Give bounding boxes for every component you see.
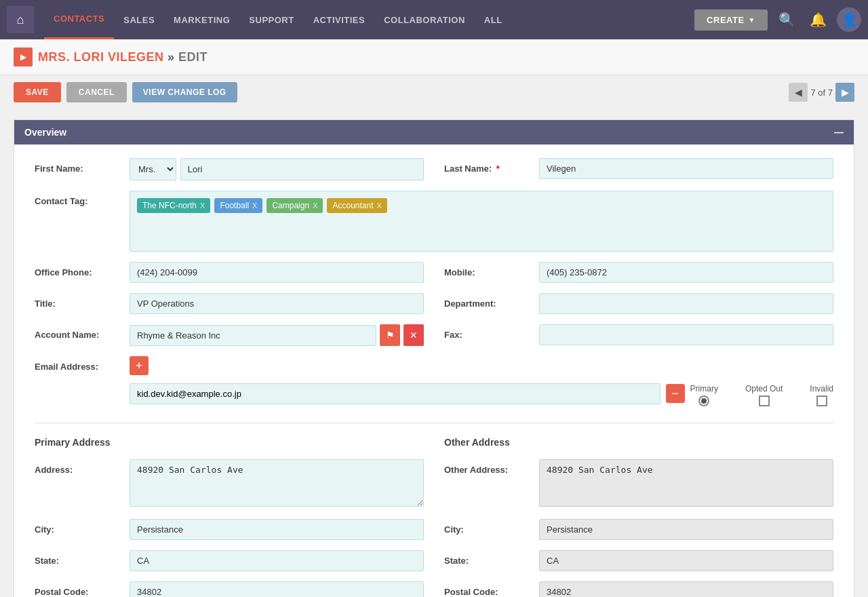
other-postal-code-row: Postal Code: <box>444 581 833 597</box>
cancel-button[interactable]: CANCEL <box>66 82 127 102</box>
section-divider <box>35 423 833 423</box>
postal-code-input[interactable] <box>130 581 424 597</box>
email-opted-out-checkbox[interactable] <box>759 396 770 406</box>
address-section: Primary Address Address: 48920 San Carlo… <box>35 437 833 597</box>
last-name-input[interactable] <box>539 158 833 179</box>
nav-activities[interactable]: ACTIVITIES <box>304 0 375 39</box>
title-field <box>130 293 424 314</box>
first-name-input[interactable] <box>180 158 424 180</box>
account-clear-button[interactable]: ✕ <box>403 324 424 346</box>
tag-nfc-north-close[interactable]: X <box>200 201 205 210</box>
department-label: Department: <box>444 293 539 309</box>
tag-container[interactable]: The NFC-north X Football X Campaign X <box>130 191 833 252</box>
email-primary-option: Primary <box>690 384 718 406</box>
tag-campaign-close[interactable]: X <box>313 201 317 210</box>
tag-nfc-north[interactable]: The NFC-north X <box>137 198 210 213</box>
home-button[interactable]: ⌂ <box>7 6 34 33</box>
first-name-field: Mrs. Mr. Ms. Dr. <box>130 158 424 180</box>
other-city-row: City: <box>444 519 833 540</box>
email-options: Primary Opted Out <box>690 384 833 406</box>
notifications-button[interactable]: 🔔 <box>806 7 830 32</box>
sidebar-toggle-button[interactable]: ▶ <box>14 47 33 66</box>
name-row: First Name: Mrs. Mr. Ms. Dr. <box>35 158 833 191</box>
tag-accountant[interactable]: Accountant X <box>327 198 387 213</box>
fax-col: Fax: <box>444 324 833 356</box>
other-address-label: Other Address: <box>444 459 539 475</box>
tag-football-close[interactable]: X <box>252 201 257 210</box>
city-input[interactable] <box>130 519 424 540</box>
department-input[interactable] <box>539 293 833 314</box>
email-primary-radio[interactable] <box>698 396 709 406</box>
prev-record-button[interactable]: ◀ <box>789 83 808 102</box>
nav-support[interactable]: SUPPORT <box>239 0 303 39</box>
user-avatar-button[interactable]: 👤 <box>837 7 861 32</box>
tag-football[interactable]: Football X <box>214 198 262 213</box>
city-label: City: <box>35 519 130 535</box>
title-input[interactable] <box>130 293 424 314</box>
create-arrow-icon: ▼ <box>749 16 755 24</box>
email-remove-button[interactable]: − <box>666 384 685 403</box>
title-col: Title: <box>35 293 424 324</box>
office-phone-input[interactable] <box>130 262 424 283</box>
email-invalid-option: Invalid <box>810 384 833 406</box>
nav-marketing[interactable]: MARKETING <box>164 0 239 39</box>
breadcrumb-edit: EDIT <box>178 50 208 64</box>
top-nav: ⌂ CONTACTS SALES MARKETING SUPPORT ACTIV… <box>0 0 868 39</box>
prefix-select[interactable]: Mrs. Mr. Ms. Dr. <box>130 158 176 180</box>
address-textarea[interactable]: 48920 San Carlos Ave <box>130 459 424 507</box>
next-record-button[interactable]: ▶ <box>835 83 854 102</box>
account-name-row-wrapper: Account Name: ⚑ ✕ <box>35 324 424 346</box>
title-label: Title: <box>35 293 130 309</box>
other-address-header: Other Address <box>444 437 833 451</box>
phone-row: Office Phone: Mobile: <box>35 262 833 293</box>
required-indicator: * <box>496 163 500 174</box>
state-input[interactable] <box>130 550 424 571</box>
collapse-icon[interactable]: — <box>834 127 844 138</box>
office-phone-field <box>130 262 424 283</box>
email-primary-label: Primary <box>690 384 718 393</box>
fax-field <box>539 324 833 345</box>
view-change-log-button[interactable]: VIEW CHANGE LOG <box>132 82 237 102</box>
tag-campaign[interactable]: Campaign X <box>267 198 323 213</box>
postal-code-field <box>130 581 424 597</box>
fax-input[interactable] <box>539 324 833 345</box>
office-phone-row: Office Phone: <box>35 262 424 283</box>
search-button[interactable]: 🔍 <box>774 7 799 32</box>
primary-address-header: Primary Address <box>35 437 424 451</box>
nav-sales[interactable]: SALES <box>114 0 164 39</box>
email-add-button[interactable]: + <box>130 356 149 375</box>
create-button[interactable]: CREATE ▼ <box>694 9 768 31</box>
title-row-inner: Title: <box>35 293 424 314</box>
nav-contacts[interactable]: CONTACTS <box>44 0 114 39</box>
first-name-col: First Name: Mrs. Mr. Ms. Dr. <box>35 158 424 191</box>
email-invalid-checkbox[interactable] <box>816 396 827 406</box>
email-row: Email Address: + − Primary <box>35 356 833 409</box>
email-opted-out-option: Opted Out <box>745 384 783 406</box>
mobile-input[interactable] <box>539 262 833 283</box>
save-button[interactable]: SAVE <box>14 82 61 102</box>
title-row: Title: Department: <box>35 293 833 324</box>
email-primary-control <box>690 396 718 406</box>
other-state-label: State: <box>444 550 539 566</box>
city-field <box>130 519 424 540</box>
breadcrumb-name: MRS. LORI VILEGEN <box>38 50 164 64</box>
last-name-field <box>539 158 833 179</box>
fax-row: Fax: <box>444 324 833 345</box>
nav-all[interactable]: ALL <box>475 0 512 39</box>
overview-body: First Name: Mrs. Mr. Ms. Dr. <box>14 145 854 597</box>
other-address-col: Other Address Other Address: 48920 San C… <box>444 437 833 597</box>
department-field <box>539 293 833 314</box>
email-input[interactable] <box>130 383 660 404</box>
account-name-input[interactable] <box>130 325 376 346</box>
name-with-prefix: Mrs. Mr. Ms. Dr. <box>130 158 424 180</box>
address-label: Address: <box>35 459 130 475</box>
state-row: State: <box>35 550 424 571</box>
nav-right: CREATE ▼ 🔍 🔔 👤 <box>694 7 861 32</box>
primary-address-row: Address: 48920 San Carlos Ave <box>35 459 424 509</box>
account-select-button[interactable]: ⚑ <box>380 324 400 346</box>
account-name-label: Account Name: <box>35 324 130 340</box>
department-row: Department: <box>444 293 833 314</box>
nav-collaboration[interactable]: COLLABORATION <box>374 0 475 39</box>
account-name-row: ⚑ ✕ <box>130 324 424 346</box>
tag-accountant-close[interactable]: X <box>377 201 382 210</box>
